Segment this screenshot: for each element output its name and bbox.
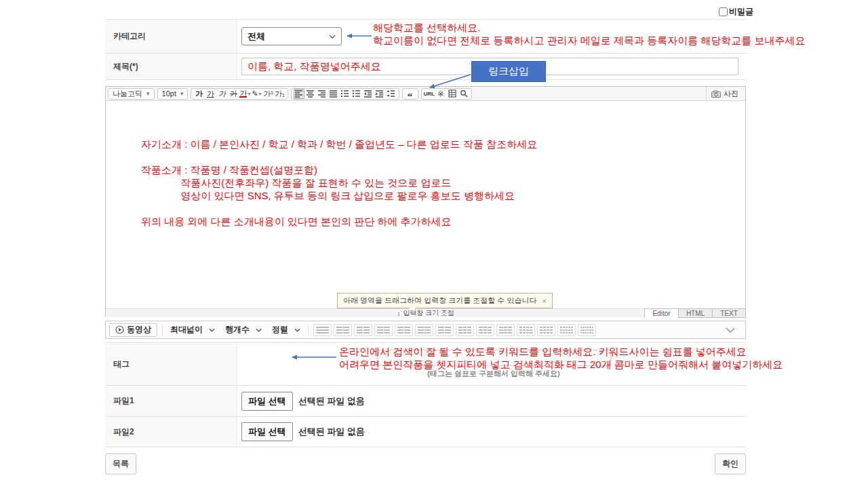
gallery-layout-button[interactable] [476,324,494,336]
collapse-toolbar-button[interactable] [726,327,735,333]
gallery-layout-button[interactable] [313,324,332,336]
file1-row: 파일1 파일 선택 선택된 파일 없음 [105,385,746,416]
line-height-button[interactable] [386,89,397,99]
ordered-list-icon [340,89,349,98]
font-size-select[interactable]: 10pt ▾ [160,89,186,98]
editor-content-area[interactable]: 자기소개 : 이름 / 본인사진 / 학교 / 학과 / 학번 / 졸업년도 –… [106,101,745,308]
chevron-down-icon: ▾ [248,91,250,97]
gallery-layout-button[interactable] [496,324,515,336]
photo-upload-button[interactable]: 사진 [706,87,743,100]
gallery-layout-button[interactable] [374,324,393,336]
gallery-layout-button[interactable] [435,324,454,336]
file1-label: 파일1 [105,386,237,416]
resize-arrows-icon: ↕ [397,310,400,317]
gallery-layout-button[interactable] [557,324,576,336]
align-center-icon [306,89,315,98]
align-justify-icon [329,89,338,98]
bullet-list-button[interactable] [351,89,362,99]
post-write-page: 비밀글 카테고리 전체 제목(*) 해당학교를 선택하세요. 학교이름이 없다면… [0,0,868,488]
align-select[interactable]: 정렬 [269,324,303,336]
secret-post-checkbox-row[interactable]: 비밀글 [719,6,753,18]
camera-icon [711,90,721,98]
chevron-down-icon: ▾ [146,90,150,97]
video-insert-button[interactable]: 동영상 [109,323,157,337]
align-left-icon [294,89,303,98]
gallery-layout-button[interactable] [415,324,433,336]
insert-link-button[interactable]: URL [424,89,435,99]
find-replace-button[interactable] [458,89,469,99]
max-width-select[interactable]: 최대넓이 [167,324,218,336]
gallery-layout-button[interactable] [517,324,535,336]
file1-status: 선택된 파일 없음 [298,395,365,407]
strikethrough-button[interactable]: 가 [228,89,239,99]
font-color-icon: 가 [239,89,247,98]
confirm-button[interactable]: 확인 [715,453,746,474]
search-icon [460,89,468,98]
highlight-button[interactable]: ✎ ▾ [252,89,262,99]
align-right-button[interactable] [317,89,328,99]
superscript-button[interactable]: 가¹ [263,89,274,99]
gallery-layout-button[interactable] [395,324,413,336]
subscript-button[interactable]: 가₁ [275,89,285,99]
gallery-layout-button[interactable] [456,324,474,336]
bold-button[interactable]: 가 [193,89,204,99]
highlight-pen-icon: ✎ [252,89,258,98]
tag-label: 태그 [105,343,237,385]
chevron-down-icon: ▾ [259,91,262,97]
photo-upload-label: 사진 [724,89,738,99]
insert-table-button[interactable] [447,89,458,99]
indent-button[interactable] [374,89,385,99]
tab-editor[interactable]: Editor [644,308,678,318]
blockquote-button[interactable]: “ [405,89,416,99]
divider [162,325,163,336]
secret-post-label: 비밀글 [729,6,753,18]
file2-label: 파일2 [105,417,237,447]
resize-tooltip-text: 아래 영역을 드래그하여 입력창 크기를 조절할 수 있습니다 [343,296,536,306]
gallery-layout-button[interactable] [334,324,352,336]
file1-select-button[interactable]: 파일 선택 [241,392,293,411]
tab-text[interactable]: TEXT [712,308,746,318]
file2-status: 선택된 파일 없음 [298,426,365,438]
play-circle-icon [115,325,124,334]
align-center-button[interactable] [305,89,316,99]
chevron-down-icon [294,328,300,332]
divider [308,325,309,336]
video-insert-label: 동영상 [127,324,151,336]
align-justify-button[interactable] [328,89,339,99]
font-family-select[interactable]: 나눔고딕 ▾ [111,89,152,99]
italic-button[interactable]: 가 [216,89,227,99]
close-icon[interactable]: × [542,297,546,305]
table-icon [448,89,456,98]
editor-body-text: 자기소개 : 이름 / 본인사진 / 학교 / 학과 / 학번 / 졸업년도 –… [141,138,537,228]
gallery-layout-button[interactable] [537,324,555,336]
tab-html[interactable]: HTML [678,308,712,318]
align-left-button[interactable] [294,89,304,99]
category-annotation: 해당학교를 선택하세요. 학교이름이 없다면 전체로 등록하시고 관리자 메일로… [373,21,806,47]
resize-tooltip: 아래 영역을 드래그하여 입력창 크기를 조절할 수 있습니다 × [337,293,553,308]
underline-button[interactable]: 가 [205,89,216,99]
rich-text-editor: 나눔고딕 ▾ 10pt ▾ 가 가 가 가 가 ▾ [105,86,746,317]
secret-post-checkbox[interactable] [719,7,728,16]
chevron-down-icon [726,327,735,333]
category-label: 카테고리 [105,20,237,53]
ordered-list-button[interactable] [340,89,351,99]
tag-annotation: 온라인에서 검색이 잘 될 수 있도록 키워드를 입력하세요. 키워드사이는 쉼… [339,345,783,371]
gallery-layout-button[interactable] [578,324,596,336]
list-button[interactable]: 목록 [105,453,136,474]
gallery-layout-buttons [313,324,596,336]
title-label: 제목(*) [105,54,237,79]
file2-select-button[interactable]: 파일 선택 [241,422,293,441]
gallery-layout-button[interactable] [354,324,372,336]
font-color-button[interactable]: 가 ▾ [239,89,250,99]
special-character-button[interactable]: ※ [435,89,446,99]
outdent-icon [363,89,372,98]
category-select[interactable]: 전체 [241,27,342,45]
editor-mode-tabs: Editor HTML TEXT [644,308,746,318]
chevron-down-icon: ▾ [180,90,184,97]
category-selected-value: 전체 [248,30,265,43]
row-count-select[interactable]: 행개수 [222,324,264,336]
title-row: 제목(*) [105,53,746,80]
editor-toolbar: 나눔고딕 ▾ 10pt ▾ 가 가 가 가 가 ▾ [106,87,745,101]
file2-row: 파일2 파일 선택 선택된 파일 없음 [105,416,746,447]
outdent-button[interactable] [363,89,374,99]
